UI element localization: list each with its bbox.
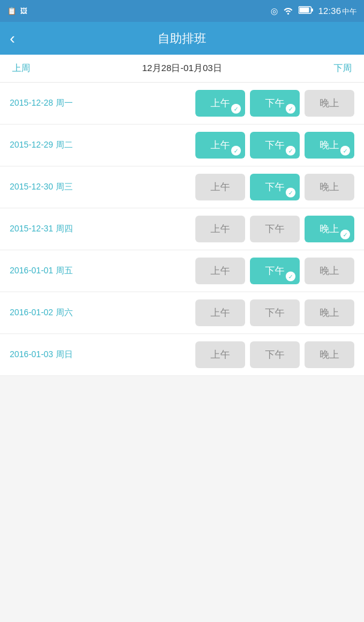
check-mark-icon: ✓ <box>286 188 295 197</box>
row-date: 2016-01-02 周六 <box>10 307 98 318</box>
shift-btn-5-1[interactable]: 下午 <box>250 299 300 326</box>
shifts-group: 上午下午晚上 <box>104 299 354 326</box>
shifts-group: 上午✓下午✓晚上 <box>104 90 354 117</box>
shifts-group: 上午下午✓晚上 <box>104 258 354 284</box>
check-mark-icon: ✓ <box>231 104 241 114</box>
row-date: 2015-12-28 周一 <box>10 98 98 109</box>
shift-btn-4-2[interactable]: 晚上 <box>305 258 354 284</box>
wifi-icon <box>283 6 294 16</box>
shift-btn-4-1[interactable]: 下午✓ <box>250 258 300 284</box>
shift-btn-0-1[interactable]: 下午✓ <box>250 90 300 117</box>
bottom-area <box>0 376 364 618</box>
sim-icon: 📋 <box>7 7 16 15</box>
week-nav: 上周 12月28日-01月03日 下周 <box>0 55 364 83</box>
shift-btn-5-2[interactable]: 晚上 <box>305 299 354 326</box>
shift-btn-1-1[interactable]: 下午✓ <box>250 132 300 159</box>
check-mark-icon: ✓ <box>286 104 295 114</box>
status-right-icons: ◎ 12:36中午 <box>271 5 357 17</box>
row-date: 2016-01-03 周日 <box>10 349 98 360</box>
schedule-row: 2016-01-03 周日上午下午晚上 <box>0 334 364 376</box>
week-range: 12月28日-01月03日 <box>142 63 222 74</box>
shift-btn-1-0[interactable]: 上午✓ <box>195 132 245 159</box>
next-week-button[interactable]: 下周 <box>334 63 352 74</box>
row-date: 2015-12-30 周三 <box>10 182 98 193</box>
time-display: 12:36中午 <box>318 5 357 17</box>
status-left-icons: 📋 🖼 <box>7 7 27 15</box>
shift-btn-3-2[interactable]: 晚上✓ <box>305 216 354 242</box>
shift-btn-6-0[interactable]: 上午 <box>195 341 245 368</box>
shift-btn-2-0[interactable]: 上午 <box>195 174 245 200</box>
shifts-group: 上午✓下午✓晚上✓ <box>104 132 354 159</box>
shift-btn-6-1[interactable]: 下午 <box>250 341 300 368</box>
shifts-group: 上午下午✓晚上 <box>104 174 354 200</box>
check-mark-icon: ✓ <box>231 146 241 156</box>
shift-btn-2-1[interactable]: 下午✓ <box>250 174 300 200</box>
shift-btn-0-2[interactable]: 晚上 <box>305 90 354 117</box>
schedule-row: 2016-01-01 周五上午下午✓晚上 <box>0 250 364 292</box>
schedule-row: 2016-01-02 周六上午下午晚上 <box>0 292 364 334</box>
shift-btn-1-2[interactable]: 晚上✓ <box>305 132 354 159</box>
back-button[interactable]: ‹ <box>10 30 15 46</box>
check-mark-icon: ✓ <box>340 230 350 239</box>
shift-btn-3-1[interactable]: 下午 <box>250 216 300 242</box>
shift-btn-0-0[interactable]: 上午✓ <box>195 90 245 117</box>
schedule-list: 2015-12-28 周一上午✓下午✓晚上2015-12-29 周二上午✓下午✓… <box>0 83 364 376</box>
shift-btn-5-0[interactable]: 上午 <box>195 299 245 326</box>
shifts-group: 上午下午晚上 <box>104 341 354 368</box>
check-mark-icon: ✓ <box>286 146 295 156</box>
svg-rect-2 <box>311 9 313 12</box>
shift-btn-4-0[interactable]: 上午 <box>195 258 245 284</box>
app-header: ‹ 自助排班 <box>0 22 364 55</box>
shift-btn-6-2[interactable]: 晚上 <box>305 341 354 368</box>
check-mark-icon: ✓ <box>340 146 350 156</box>
row-date: 2015-12-31 周四 <box>10 224 98 234</box>
shift-btn-2-2[interactable]: 晚上 <box>305 174 354 200</box>
schedule-row: 2015-12-31 周四上午下午晚上✓ <box>0 208 364 250</box>
row-date: 2015-12-29 周二 <box>10 140 98 151</box>
schedule-row: 2015-12-30 周三上午下午✓晚上 <box>0 166 364 208</box>
schedule-row: 2015-12-29 周二上午✓下午✓晚上✓ <box>0 125 364 166</box>
row-date: 2016-01-01 周五 <box>10 265 98 276</box>
status-bar: 📋 🖼 ◎ 12:36中午 <box>0 0 364 22</box>
check-mark-icon: ✓ <box>286 272 295 281</box>
schedule-row: 2015-12-28 周一上午✓下午✓晚上 <box>0 83 364 125</box>
header-title: 自助排班 <box>158 30 206 47</box>
battery-icon <box>298 6 313 16</box>
image-icon: 🖼 <box>20 7 27 15</box>
location-icon: ◎ <box>271 6 278 16</box>
shifts-group: 上午下午晚上✓ <box>104 216 354 242</box>
svg-rect-1 <box>300 8 309 13</box>
shift-btn-3-0[interactable]: 上午 <box>195 216 245 242</box>
prev-week-button[interactable]: 上周 <box>12 63 30 74</box>
